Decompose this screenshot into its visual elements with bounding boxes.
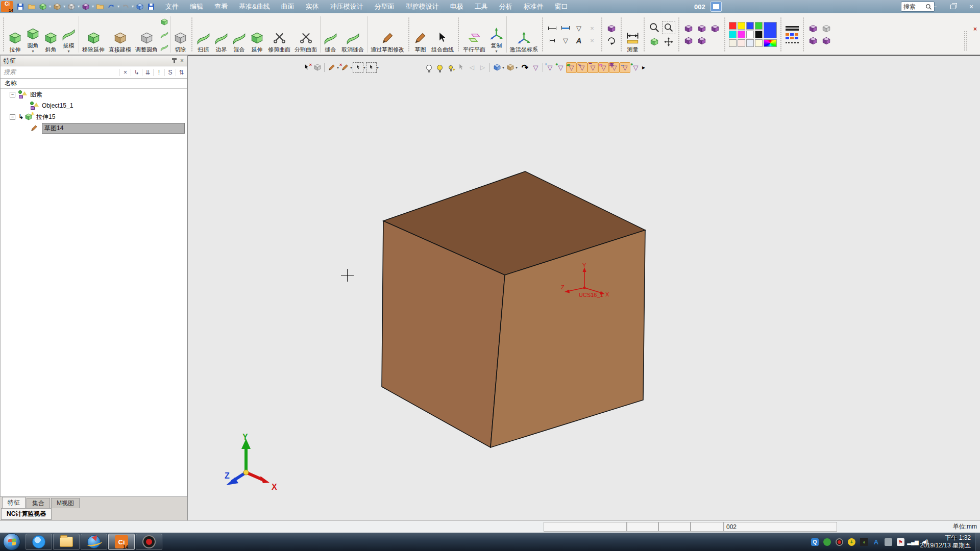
- view-left-icon[interactable]: [682, 35, 695, 46]
- color-swatch-black[interactable]: [755, 31, 763, 38]
- zoom-window-icon[interactable]: [648, 21, 661, 34]
- menu-tools[interactable]: 工具: [475, 2, 488, 11]
- color-swatch-pale-2[interactable]: [738, 39, 745, 47]
- taskbar-browser-button[interactable]: [26, 534, 52, 550]
- tray-input-icon[interactable]: A: [872, 538, 880, 546]
- linear-dimension-icon[interactable]: [546, 23, 558, 34]
- sketch-button[interactable]: 草图: [411, 14, 429, 55]
- blend-button[interactable]: 混合: [230, 14, 248, 55]
- color-swatch-cyan[interactable]: [729, 31, 737, 38]
- line-type-icon[interactable]: [786, 42, 799, 43]
- taskbar-cad-app-button[interactable]: Ci14: [108, 534, 135, 550]
- regenerate-button[interactable]: [135, 2, 145, 12]
- hidden-line-mode-icon[interactable]: [820, 23, 832, 34]
- line-weight-icon[interactable]: [786, 26, 799, 31]
- tab-nc-monitor[interactable]: NC计算监视器: [1, 508, 52, 520]
- trim-surface-button[interactable]: 修剪曲面: [266, 14, 292, 55]
- undo-button[interactable]: [106, 2, 116, 12]
- panel-close-icon[interactable]: ×: [180, 57, 184, 64]
- tree-alert-icon[interactable]: !: [153, 69, 164, 76]
- minimize-button[interactable]: −: [930, 3, 939, 11]
- color-swatch-green[interactable]: [755, 22, 763, 30]
- taper-dimension-icon[interactable]: ▽: [559, 35, 572, 46]
- paste-button[interactable]: [95, 2, 105, 12]
- save-button[interactable]: [15, 2, 26, 12]
- cut-button[interactable]: 切除: [172, 14, 189, 55]
- color-swatch-yellow[interactable]: [738, 22, 745, 30]
- document-save-icon[interactable]: [710, 2, 722, 12]
- selected-tree-label[interactable]: 草图14: [42, 123, 185, 134]
- redo-button[interactable]: [120, 2, 131, 12]
- copy-dropdown[interactable]: ▾: [495, 50, 497, 53]
- tab-mview[interactable]: M视图: [51, 498, 80, 508]
- color-swatch-pale-3[interactable]: [746, 39, 754, 47]
- color-swatch-magenta[interactable]: [738, 31, 745, 38]
- tree-column-header[interactable]: 名称: [1, 79, 187, 89]
- toolbar-drag-handle[interactable]: [190, 17, 193, 52]
- menu-stamping-die[interactable]: 冲压模设计: [330, 2, 363, 11]
- tree-node-extrude[interactable]: − ↳ ✻ 拉伸15: [1, 111, 187, 122]
- color-picker-more-icon[interactable]: [764, 39, 777, 47]
- unsew-button[interactable]: 取消缝合: [339, 14, 366, 55]
- pin-icon[interactable]: [174, 58, 175, 63]
- window-layout-dropdown[interactable]: ▾: [78, 5, 80, 9]
- color-swatch-pale-1[interactable]: [729, 39, 737, 47]
- command-window-button[interactable]: [146, 2, 156, 12]
- layer-colors-icon[interactable]: [786, 33, 799, 39]
- taskbar-explorer-button[interactable]: [53, 534, 80, 550]
- draft-dropdown[interactable]: ▾: [67, 50, 69, 53]
- tray-usb-icon[interactable]: [885, 538, 892, 546]
- toolbar-drag-handle[interactable]: [407, 17, 410, 52]
- color-swatch-red[interactable]: [729, 22, 737, 30]
- menu-window[interactable]: 窗口: [555, 2, 568, 11]
- menu-parting-surface[interactable]: 分型面: [375, 2, 395, 11]
- menu-file[interactable]: 文件: [165, 2, 179, 11]
- direct-modeling-button[interactable]: 直接建模: [107, 14, 133, 55]
- dynamic-rotate-icon[interactable]: [605, 35, 618, 46]
- menu-standard-parts[interactable]: 标准件: [524, 2, 544, 11]
- export-dropdown[interactable]: ▾: [49, 5, 51, 9]
- current-color-swatch[interactable]: [764, 22, 777, 38]
- start-button[interactable]: [3, 533, 20, 550]
- app-icon[interactable]: Ci 14: [1, 1, 13, 12]
- toolbar-drag-handle[interactable]: [457, 17, 460, 52]
- restore-button[interactable]: [948, 3, 958, 11]
- toolbar-drag-handle[interactable]: [643, 17, 646, 52]
- toolbar-drag-handle[interactable]: [620, 17, 623, 52]
- menu-analysis[interactable]: 分析: [499, 2, 512, 11]
- copy-button[interactable]: 复制▾: [487, 14, 505, 55]
- sew-button[interactable]: 缝合: [322, 14, 339, 55]
- menu-cavity-die[interactable]: 型腔模设计: [406, 2, 439, 11]
- import-button[interactable]: [52, 2, 62, 12]
- menu-surface[interactable]: 曲面: [281, 2, 295, 11]
- tray-voice-icon[interactable]: [823, 538, 831, 546]
- view-top-icon[interactable]: [696, 23, 708, 34]
- collapse-expander-icon[interactable]: −: [10, 114, 15, 120]
- fillet-dropdown[interactable]: ▾: [32, 50, 34, 53]
- redo-dropdown[interactable]: ▾: [132, 5, 134, 9]
- toolbar-drag-handle[interactable]: [723, 17, 726, 52]
- modify-by-sketch-button[interactable]: 通过草图修改: [369, 14, 406, 55]
- revolve-mini-icon[interactable]: [160, 18, 168, 26]
- parallel-plane-button[interactable]: 平行平面: [461, 14, 487, 55]
- menu-view[interactable]: 查看: [214, 2, 228, 11]
- toolbar-drag-handle[interactable]: [802, 17, 805, 52]
- toolbar-drag-handle[interactable]: [600, 17, 603, 52]
- shaded-edges-mode-icon[interactable]: [820, 35, 832, 46]
- toolbar-close-icon[interactable]: ×: [973, 26, 977, 33]
- move-rotate-icon[interactable]: [605, 23, 618, 34]
- pan-icon[interactable]: [662, 35, 675, 48]
- toolbar-overflow-handle[interactable]: [964, 31, 967, 51]
- extrude-button[interactable]: 拉伸: [6, 14, 24, 55]
- draft-button[interactable]: 拔模▾: [60, 14, 78, 55]
- open-button[interactable]: [27, 2, 37, 12]
- tree-node-geometry[interactable]: − 图素: [1, 89, 187, 100]
- tree-sort-icon[interactable]: ⇅: [176, 69, 187, 76]
- show-desktop-button[interactable]: [975, 533, 980, 551]
- extend-button[interactable]: 延伸: [248, 14, 266, 55]
- menu-datum-curve[interactable]: 基准&曲线: [239, 2, 270, 11]
- menu-electrode[interactable]: 电极: [450, 2, 463, 11]
- viewport[interactable]: × ▾ ×▾ ▾ ▾ + ◁ ▷ ▾ ▾ ↷: [188, 55, 980, 520]
- wireframe-mode-icon[interactable]: [807, 23, 819, 34]
- split-surface-button[interactable]: 分割曲面: [292, 14, 319, 55]
